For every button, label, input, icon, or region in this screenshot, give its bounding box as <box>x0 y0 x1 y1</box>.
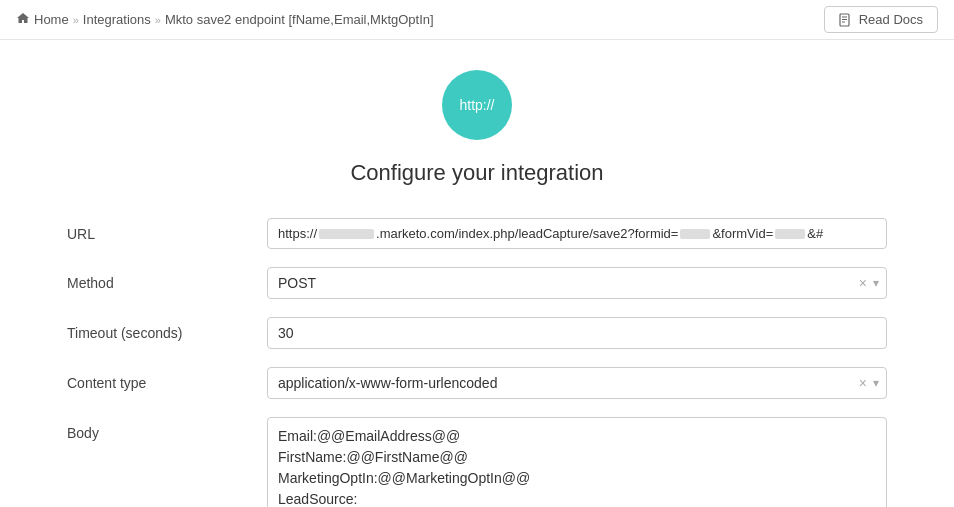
method-field: POST GET PUT DELETE × ▾ <box>267 267 887 299</box>
url-row: URL https:// .marketo.com/index.php/lead… <box>67 218 887 249</box>
integration-icon: http:// <box>442 70 512 140</box>
url-label: URL <box>67 218 267 242</box>
home-icon <box>16 12 30 27</box>
timeout-label: Timeout (seconds) <box>67 317 267 341</box>
url-field: https:// .marketo.com/index.php/leadCapt… <box>267 218 887 249</box>
body-field: Email:@@EmailAddress@@ FirstName:@@First… <box>267 417 887 507</box>
breadcrumb-current: Mkto save2 endpoint [fName,Email,MktgOpt… <box>165 12 434 27</box>
content-type-clear-icon[interactable]: × <box>859 375 867 391</box>
url-prefix: https:// <box>278 226 317 241</box>
main-content: http:// Configure your integration URL h… <box>0 40 954 507</box>
url-redacted-2 <box>680 229 710 239</box>
page-title: Configure your integration <box>40 160 914 186</box>
content-type-row: Content type application/x-www-form-urle… <box>67 367 887 399</box>
url-input[interactable]: https:// .marketo.com/index.php/leadCapt… <box>267 218 887 249</box>
breadcrumb: Home » Integrations » Mkto save2 endpoin… <box>16 12 434 27</box>
url-end: &formVid= <box>712 226 773 241</box>
integration-form: URL https:// .marketo.com/index.php/lead… <box>67 218 887 507</box>
body-row: Body Email:@@EmailAddress@@ FirstName:@@… <box>67 417 887 507</box>
url-middle: .marketo.com/index.php/leadCapture/save2… <box>376 226 678 241</box>
url-suffix: &# <box>807 226 823 241</box>
book-icon <box>839 13 853 27</box>
url-redacted-1 <box>319 229 374 239</box>
read-docs-label: Read Docs <box>859 12 923 27</box>
top-bar: Home » Integrations » Mkto save2 endpoin… <box>0 0 954 40</box>
body-textarea[interactable]: Email:@@EmailAddress@@ FirstName:@@First… <box>267 417 887 507</box>
method-select-wrapper: POST GET PUT DELETE × ▾ <box>267 267 887 299</box>
url-redacted-3 <box>775 229 805 239</box>
breadcrumb-integrations[interactable]: Integrations <box>83 12 151 27</box>
timeout-field <box>267 317 887 349</box>
method-select[interactable]: POST GET PUT DELETE <box>267 267 887 299</box>
breadcrumb-sep-2: » <box>155 14 161 26</box>
body-label: Body <box>67 417 267 441</box>
breadcrumb-home[interactable]: Home <box>34 12 69 27</box>
timeout-input[interactable] <box>267 317 887 349</box>
content-type-field: application/x-www-form-urlencoded applic… <box>267 367 887 399</box>
content-type-select-wrapper: application/x-www-form-urlencoded applic… <box>267 367 887 399</box>
timeout-row: Timeout (seconds) <box>67 317 887 349</box>
read-docs-button[interactable]: Read Docs <box>824 6 938 33</box>
icon-text: http:// <box>459 97 494 113</box>
content-type-label: Content type <box>67 367 267 391</box>
method-row: Method POST GET PUT DELETE × ▾ <box>67 267 887 299</box>
method-clear-icon[interactable]: × <box>859 275 867 291</box>
method-label: Method <box>67 267 267 291</box>
breadcrumb-sep-1: » <box>73 14 79 26</box>
content-type-select[interactable]: application/x-www-form-urlencoded applic… <box>267 367 887 399</box>
